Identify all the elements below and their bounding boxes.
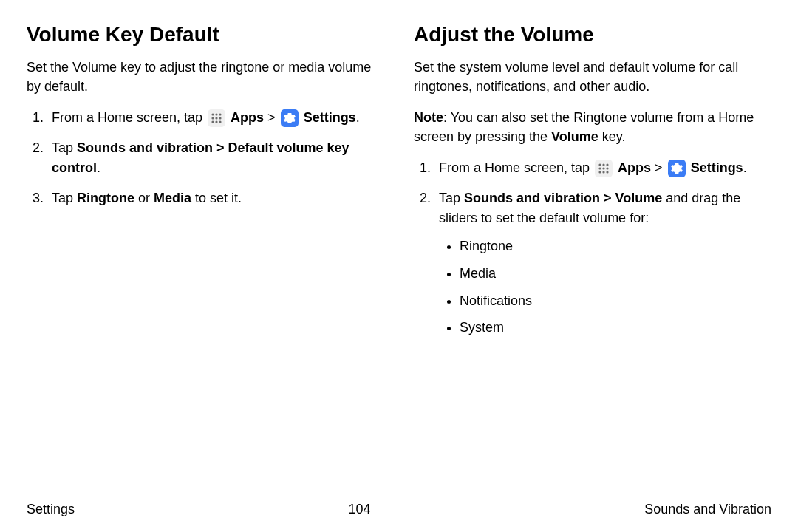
svg-point-6 xyxy=(211,120,214,123)
step-2: Tap Sounds and vibration > Volume and dr… xyxy=(434,188,771,338)
svg-point-4 xyxy=(215,117,217,119)
svg-point-14 xyxy=(606,168,608,170)
bullet-ringtone: Ringtone xyxy=(460,236,771,257)
right-column: Adjust the Volume Set the system volume … xyxy=(414,22,771,517)
step-1: From a Home screen, tap Apps > Settings. xyxy=(434,158,771,178)
svg-point-2 xyxy=(219,113,221,115)
svg-point-15 xyxy=(598,171,601,174)
step-text: From a Home screen, tap xyxy=(52,110,206,125)
svg-point-11 xyxy=(606,164,608,166)
footer-right: Sounds and Vibration xyxy=(644,502,771,517)
apps-label: Apps xyxy=(231,110,264,125)
settings-label: Settings xyxy=(691,160,743,175)
period: . xyxy=(743,160,747,175)
step-1: From a Home screen, tap Apps > Settings. xyxy=(47,108,384,128)
footer-page-number: 104 xyxy=(349,502,371,517)
footer-left: Settings xyxy=(27,502,75,517)
tail-text: to set it. xyxy=(191,191,242,205)
step-text: Tap xyxy=(439,191,464,205)
heading-volume-key-default: Volume Key Default xyxy=(27,22,384,47)
heading-adjust-volume: Adjust the Volume xyxy=(414,22,771,47)
bullet-media: Media xyxy=(460,263,771,284)
svg-point-12 xyxy=(598,168,601,170)
period: . xyxy=(356,110,360,125)
apps-grid-icon xyxy=(595,160,613,177)
apps-label: Apps xyxy=(618,160,651,175)
step-text: Tap xyxy=(52,191,77,205)
separator: > xyxy=(651,160,666,175)
step-2: Tap Sounds and vibration > Default volum… xyxy=(47,138,384,178)
note-text: Note: You can also set the Ringtone volu… xyxy=(414,108,771,146)
path-text: Sounds and vibration > Volume xyxy=(464,191,662,205)
intro-text: Set the Volume key to adjust the rington… xyxy=(27,58,384,96)
svg-point-0 xyxy=(211,113,214,115)
steps-list: From a Home screen, tap Apps > Settings.… xyxy=(27,108,384,208)
apps-grid-icon xyxy=(208,109,225,127)
svg-point-10 xyxy=(602,164,604,166)
page-footer: Settings 104 Sounds and Vibration xyxy=(27,502,771,517)
svg-point-1 xyxy=(215,113,217,115)
svg-point-3 xyxy=(211,117,214,119)
svg-point-13 xyxy=(602,168,604,170)
step-3: Tap Ringtone or Media to set it. xyxy=(47,188,384,208)
settings-label: Settings xyxy=(304,110,356,125)
svg-point-17 xyxy=(606,171,608,174)
note-tail: key. xyxy=(598,129,626,144)
ringtone-label: Ringtone xyxy=(77,191,134,205)
svg-point-5 xyxy=(219,117,221,119)
settings-gear-icon xyxy=(281,109,299,127)
step-text: From a Home screen, tap xyxy=(439,160,593,175)
left-column: Volume Key Default Set the Volume key to… xyxy=(27,22,384,517)
bullet-system: System xyxy=(460,317,771,338)
separator: > xyxy=(264,110,279,125)
volume-key-label: Volume xyxy=(551,129,598,144)
step-text: Tap xyxy=(52,140,77,155)
note-label: Note xyxy=(414,110,443,125)
intro-text: Set the system volume level and default … xyxy=(414,58,771,96)
media-label: Media xyxy=(154,191,191,205)
svg-point-9 xyxy=(598,164,601,166)
bullet-list: Ringtone Media Notifications System xyxy=(439,236,771,338)
or-text: or xyxy=(134,191,154,205)
period: . xyxy=(97,160,100,175)
steps-list: From a Home screen, tap Apps > Settings.… xyxy=(414,158,771,338)
svg-point-7 xyxy=(215,120,217,123)
svg-point-8 xyxy=(219,120,221,123)
svg-point-16 xyxy=(602,171,604,174)
bullet-notifications: Notifications xyxy=(460,290,771,312)
settings-gear-icon xyxy=(668,160,686,177)
